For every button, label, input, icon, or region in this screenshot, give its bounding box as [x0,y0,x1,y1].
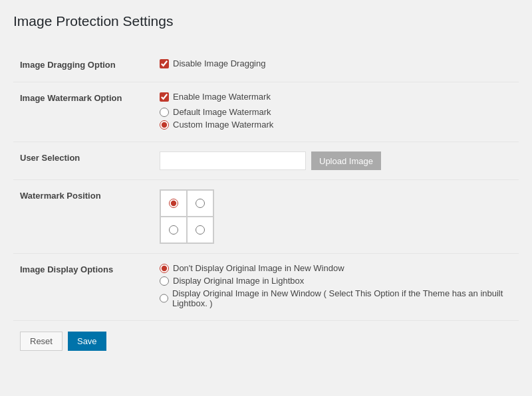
user-selection-label: User Selection [13,142,146,180]
disable-dragging-checkbox[interactable] [160,59,169,68]
no-new-window-radio-label[interactable]: Don't Display Original Image in New Wind… [173,263,344,273]
enable-watermark-checkbox-label[interactable]: Enable Image Watermark [173,92,271,102]
watermark-position-tr-radio[interactable] [196,199,205,208]
watermark-position-grid [160,189,214,244]
default-watermark-radio-label[interactable]: Default Image Watermark [173,107,271,117]
watermark-cell-tr [187,190,213,217]
custom-watermark-radio-label[interactable]: Custom Image Watermark [173,120,273,130]
watermark-cell-bl [160,217,187,243]
new-window-radio-label[interactable]: Display Original Image in New Window ( S… [172,288,512,308]
lightbox-radio[interactable] [160,276,169,286]
form-buttons: Reset Save [13,321,519,361]
page-title: Image Protection Settings [13,13,519,36]
upload-image-button[interactable]: Upload Image [311,151,381,170]
no-new-window-radio[interactable] [160,264,169,273]
watermark-position-bl-radio[interactable] [169,225,178,235]
watermark-cell-tl [160,190,187,217]
image-watermark-label: Image Watermark Option [13,82,146,142]
default-watermark-radio[interactable] [160,108,169,117]
image-dragging-label: Image Dragging Option [13,49,146,82]
reset-button[interactable]: Reset [20,332,63,351]
save-button[interactable]: Save [68,332,106,351]
watermark-cell-br [187,217,213,243]
custom-watermark-radio[interactable] [160,120,169,130]
user-selection-input[interactable] [160,151,306,170]
disable-dragging-label[interactable]: Disable Image Dragging [173,58,265,68]
watermark-position-label: Watermark Position [13,180,146,254]
new-window-radio[interactable] [160,294,168,303]
image-display-label: Image Display Options [13,254,146,321]
watermark-position-tl-radio[interactable] [169,199,178,208]
lightbox-radio-label[interactable]: Display Original Image in Lightbox [173,276,304,286]
watermark-position-br-radio[interactable] [196,225,205,235]
enable-watermark-checkbox[interactable] [160,92,169,102]
